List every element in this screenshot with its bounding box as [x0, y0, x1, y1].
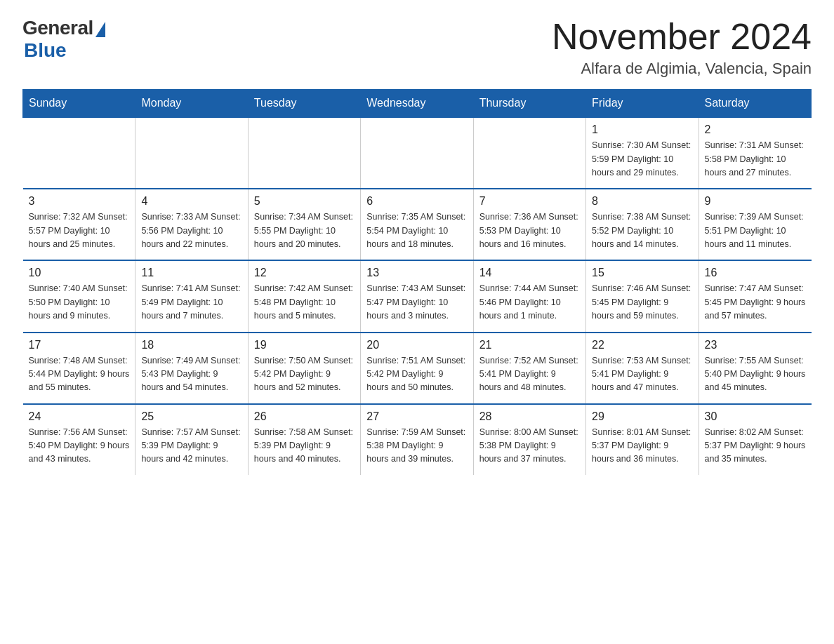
- day-number: 12: [254, 267, 355, 279]
- month-title: November 2024: [552, 17, 812, 57]
- weekday-header-tuesday: Tuesday: [248, 90, 360, 118]
- calendar-cell: 5Sunrise: 7:34 AM Sunset: 5:55 PM Daylig…: [248, 189, 360, 260]
- calendar-cell: [361, 117, 473, 189]
- day-number: 2: [705, 123, 806, 136]
- day-info: Sunrise: 7:39 AM Sunset: 5:51 PM Dayligh…: [705, 210, 806, 251]
- logo-blue-text: Blue: [24, 39, 67, 62]
- calendar-cell: 29Sunrise: 8:01 AM Sunset: 5:37 PM Dayli…: [586, 404, 699, 475]
- day-info: Sunrise: 7:48 AM Sunset: 5:44 PM Dayligh…: [29, 354, 130, 395]
- calendar-cell: [473, 117, 585, 189]
- calendar-cell: 14Sunrise: 7:44 AM Sunset: 5:46 PM Dayli…: [473, 260, 585, 332]
- day-info: Sunrise: 7:38 AM Sunset: 5:52 PM Dayligh…: [592, 210, 692, 251]
- calendar-body: 1Sunrise: 7:30 AM Sunset: 5:59 PM Daylig…: [23, 117, 812, 475]
- day-number: 17: [29, 339, 130, 351]
- day-info: Sunrise: 7:31 AM Sunset: 5:58 PM Dayligh…: [705, 139, 806, 180]
- header-right: November 2024 Alfara de Algimia, Valenci…: [552, 17, 812, 78]
- day-number: 6: [366, 195, 467, 208]
- logo-triangle-icon: [95, 22, 105, 37]
- calendar-week-row: 17Sunrise: 7:48 AM Sunset: 5:44 PM Dayli…: [23, 333, 812, 404]
- day-number: 29: [592, 410, 692, 423]
- day-info: Sunrise: 7:51 AM Sunset: 5:42 PM Dayligh…: [366, 354, 467, 395]
- calendar-cell: 7Sunrise: 7:36 AM Sunset: 5:53 PM Daylig…: [473, 189, 585, 260]
- day-number: 13: [366, 267, 467, 279]
- calendar-cell: 27Sunrise: 7:59 AM Sunset: 5:38 PM Dayli…: [361, 404, 473, 475]
- day-number: 24: [29, 410, 130, 423]
- day-info: Sunrise: 7:47 AM Sunset: 5:45 PM Dayligh…: [705, 282, 806, 323]
- day-info: Sunrise: 7:57 AM Sunset: 5:39 PM Dayligh…: [141, 426, 241, 467]
- day-number: 26: [254, 410, 355, 423]
- calendar-table: SundayMondayTuesdayWednesdayThursdayFrid…: [22, 89, 812, 475]
- day-info: Sunrise: 8:00 AM Sunset: 5:38 PM Dayligh…: [479, 426, 580, 467]
- location-title: Alfara de Algimia, Valencia, Spain: [552, 60, 812, 78]
- calendar-cell: 10Sunrise: 7:40 AM Sunset: 5:50 PM Dayli…: [23, 260, 135, 332]
- day-info: Sunrise: 7:52 AM Sunset: 5:41 PM Dayligh…: [479, 354, 580, 395]
- calendar-cell: 28Sunrise: 8:00 AM Sunset: 5:38 PM Dayli…: [473, 404, 585, 475]
- day-info: Sunrise: 7:42 AM Sunset: 5:48 PM Dayligh…: [254, 282, 355, 323]
- day-number: 16: [705, 267, 806, 279]
- day-number: 28: [479, 410, 580, 423]
- calendar-cell: 25Sunrise: 7:57 AM Sunset: 5:39 PM Dayli…: [135, 404, 248, 475]
- calendar-cell: 6Sunrise: 7:35 AM Sunset: 5:54 PM Daylig…: [361, 189, 473, 260]
- calendar-cell: 19Sunrise: 7:50 AM Sunset: 5:42 PM Dayli…: [248, 333, 360, 404]
- day-info: Sunrise: 7:32 AM Sunset: 5:57 PM Dayligh…: [29, 210, 130, 251]
- calendar-cell: 20Sunrise: 7:51 AM Sunset: 5:42 PM Dayli…: [361, 333, 473, 404]
- day-number: 5: [254, 195, 355, 208]
- day-number: 18: [141, 339, 241, 351]
- calendar-cell: 11Sunrise: 7:41 AM Sunset: 5:49 PM Dayli…: [135, 260, 248, 332]
- weekday-header-sunday: Sunday: [23, 90, 135, 118]
- day-info: Sunrise: 7:34 AM Sunset: 5:55 PM Dayligh…: [254, 210, 355, 251]
- calendar-week-row: 1Sunrise: 7:30 AM Sunset: 5:59 PM Daylig…: [23, 117, 812, 189]
- calendar-cell: 15Sunrise: 7:46 AM Sunset: 5:45 PM Dayli…: [586, 260, 699, 332]
- calendar-week-row: 24Sunrise: 7:56 AM Sunset: 5:40 PM Dayli…: [23, 404, 812, 475]
- weekday-header-friday: Friday: [586, 90, 699, 118]
- day-number: 15: [592, 267, 692, 279]
- calendar-cell: 21Sunrise: 7:52 AM Sunset: 5:41 PM Dayli…: [473, 333, 585, 404]
- day-number: 7: [479, 195, 580, 208]
- day-number: 20: [366, 339, 467, 351]
- day-number: 30: [705, 410, 806, 423]
- day-number: 1: [592, 123, 692, 136]
- calendar-cell: 26Sunrise: 7:58 AM Sunset: 5:39 PM Dayli…: [248, 404, 360, 475]
- day-info: Sunrise: 7:30 AM Sunset: 5:59 PM Dayligh…: [592, 139, 692, 180]
- calendar-cell: 13Sunrise: 7:43 AM Sunset: 5:47 PM Dayli…: [361, 260, 473, 332]
- day-info: Sunrise: 7:35 AM Sunset: 5:54 PM Dayligh…: [366, 210, 467, 251]
- day-info: Sunrise: 7:49 AM Sunset: 5:43 PM Dayligh…: [141, 354, 241, 395]
- day-info: Sunrise: 7:53 AM Sunset: 5:41 PM Dayligh…: [592, 354, 692, 395]
- day-info: Sunrise: 7:40 AM Sunset: 5:50 PM Dayligh…: [29, 282, 130, 323]
- calendar-cell: 24Sunrise: 7:56 AM Sunset: 5:40 PM Dayli…: [23, 404, 135, 475]
- day-info: Sunrise: 7:50 AM Sunset: 5:42 PM Dayligh…: [254, 354, 355, 395]
- logo: General Blue: [22, 17, 105, 62]
- weekday-header-monday: Monday: [135, 90, 248, 118]
- day-info: Sunrise: 7:58 AM Sunset: 5:39 PM Dayligh…: [254, 426, 355, 467]
- weekday-header-thursday: Thursday: [473, 90, 585, 118]
- day-number: 27: [366, 410, 467, 423]
- day-info: Sunrise: 7:55 AM Sunset: 5:40 PM Dayligh…: [705, 354, 806, 395]
- day-number: 10: [29, 267, 130, 279]
- page-header: General Blue November 2024 Alfara de Alg…: [22, 17, 812, 78]
- day-info: Sunrise: 7:33 AM Sunset: 5:56 PM Dayligh…: [141, 210, 241, 251]
- day-number: 4: [141, 195, 241, 208]
- day-info: Sunrise: 8:02 AM Sunset: 5:37 PM Dayligh…: [705, 426, 806, 467]
- weekday-header-row: SundayMondayTuesdayWednesdayThursdayFrid…: [23, 90, 812, 118]
- calendar-cell: [248, 117, 360, 189]
- day-number: 25: [141, 410, 241, 423]
- day-number: 21: [479, 339, 580, 351]
- calendar-week-row: 3Sunrise: 7:32 AM Sunset: 5:57 PM Daylig…: [23, 189, 812, 260]
- calendar-cell: 9Sunrise: 7:39 AM Sunset: 5:51 PM Daylig…: [699, 189, 811, 260]
- day-number: 23: [705, 339, 806, 351]
- day-number: 11: [141, 267, 241, 279]
- calendar-cell: 2Sunrise: 7:31 AM Sunset: 5:58 PM Daylig…: [699, 117, 811, 189]
- calendar-cell: 4Sunrise: 7:33 AM Sunset: 5:56 PM Daylig…: [135, 189, 248, 260]
- weekday-header-saturday: Saturday: [699, 90, 811, 118]
- calendar-cell: 12Sunrise: 7:42 AM Sunset: 5:48 PM Dayli…: [248, 260, 360, 332]
- calendar-cell: 8Sunrise: 7:38 AM Sunset: 5:52 PM Daylig…: [586, 189, 699, 260]
- day-info: Sunrise: 7:56 AM Sunset: 5:40 PM Dayligh…: [29, 426, 130, 467]
- calendar-header: SundayMondayTuesdayWednesdayThursdayFrid…: [23, 90, 812, 118]
- calendar-cell: 16Sunrise: 7:47 AM Sunset: 5:45 PM Dayli…: [699, 260, 811, 332]
- calendar-week-row: 10Sunrise: 7:40 AM Sunset: 5:50 PM Dayli…: [23, 260, 812, 332]
- day-number: 22: [592, 339, 692, 351]
- day-info: Sunrise: 7:41 AM Sunset: 5:49 PM Dayligh…: [141, 282, 241, 323]
- calendar-cell: 18Sunrise: 7:49 AM Sunset: 5:43 PM Dayli…: [135, 333, 248, 404]
- day-info: Sunrise: 7:59 AM Sunset: 5:38 PM Dayligh…: [366, 426, 467, 467]
- calendar-cell: 3Sunrise: 7:32 AM Sunset: 5:57 PM Daylig…: [23, 189, 135, 260]
